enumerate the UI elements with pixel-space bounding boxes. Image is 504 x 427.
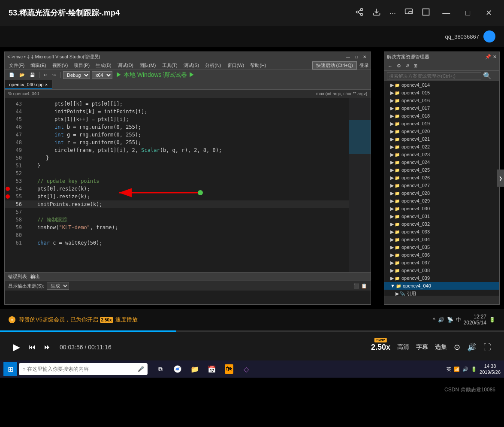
tree-item-opencv4_033[interactable]: ▶ 📁opencv4_033	[384, 228, 499, 236]
tree-item-opencv4_039[interactable]: ▶ 📁opencv4_039	[384, 274, 499, 282]
se-pin-icon[interactable]: 📌	[485, 54, 491, 60]
tree-item-opencv4_020[interactable]: ▶ 📁opencv4_020	[384, 127, 499, 135]
tree-item-opencv4_027[interactable]: ▶ 📁opencv4_027	[384, 182, 499, 189]
toolbar-undo[interactable]: ↩	[42, 72, 49, 78]
breakpoint-55	[6, 194, 10, 199]
output-clear-button[interactable]: ⬛	[353, 283, 359, 289]
next-button[interactable]: ⏭	[44, 343, 51, 351]
vs-minimize-button[interactable]: —	[344, 55, 352, 59]
panel-collapse-button[interactable]: ❯	[497, 170, 504, 187]
toolbar-run[interactable]: ▶ 本地 Windows 调试试器 ▶	[114, 71, 196, 79]
fullscreen-button[interactable]: ⛶	[483, 343, 491, 352]
vs-maximize-button[interactable]: □	[353, 55, 359, 59]
maximize-button[interactable]: □	[462, 7, 474, 19]
minmax-icon[interactable]	[422, 8, 430, 18]
menu-help[interactable]: 帮助(H)	[247, 62, 269, 69]
tree-item-opencv4_022[interactable]: ▶ 📁opencv4_022	[384, 143, 499, 151]
tree-item-opencv4_014[interactable]: ▶ 📁opencv4_014	[384, 81, 499, 89]
taskbar-vs-button[interactable]: ◇	[238, 361, 254, 377]
tree-item-opencv4_028[interactable]: ▶ 📁opencv4_028	[384, 189, 499, 197]
windows-start-button[interactable]: ⊞	[3, 362, 17, 376]
windows-search-bar[interactable]: ○ 在这里输入你要搜索的内容 🎤	[19, 363, 148, 375]
se-properties-button[interactable]: ⚙	[395, 63, 403, 69]
taskbar-calendar-button[interactable]: 📅	[204, 361, 220, 377]
tree-item-opencv4_025[interactable]: ▶ 📁opencv4_025	[384, 166, 499, 174]
tree-item-opencv4_023[interactable]: ▶ 📁opencv4_023	[384, 151, 499, 158]
tree-item-opencv4_029[interactable]: ▶ 📁opencv4_029	[384, 197, 499, 205]
more-icon[interactable]: ···	[389, 9, 396, 18]
volume-button[interactable]: 🔊	[467, 342, 477, 352]
menu-edit[interactable]: 编辑(E)	[28, 62, 49, 69]
tree-item-opencv4_021[interactable]: ▶ 📁opencv4_021	[384, 135, 499, 143]
toolbar-save[interactable]: 💾	[28, 72, 36, 78]
output-copy-button[interactable]: 📋	[361, 283, 367, 289]
se-back-button[interactable]: ←	[386, 63, 394, 69]
menu-test[interactable]: 测试(S)	[181, 62, 202, 69]
tree-item-opencv4_032[interactable]: ▶ 📁opencv4_032	[384, 220, 499, 228]
vs-close-button[interactable]: ✕	[361, 55, 368, 59]
toolbar-new[interactable]: 📄	[7, 72, 16, 78]
taskbar-chrome-button[interactable]	[170, 361, 185, 377]
menu-window[interactable]: 窗口(W)	[225, 62, 247, 69]
se-refresh-button[interactable]: ↺	[404, 63, 411, 69]
subtitle-button[interactable]: 字幕	[416, 343, 428, 351]
minimize-button[interactable]: —	[439, 7, 453, 19]
tree-item-opencv4_030[interactable]: ▶ 📁opencv4_030	[384, 205, 499, 212]
play-pause-button[interactable]: ▶	[13, 342, 20, 353]
previous-button[interactable]: ⏮	[29, 343, 36, 351]
platform-dropdown[interactable]: x64	[92, 71, 112, 79]
code-editor[interactable]: pts[0][k] = pts[0][i]; initPoints[k] = i…	[24, 98, 349, 272]
share-icon[interactable]	[355, 8, 364, 18]
tree-item-opencv4_016[interactable]: ▶ 📁opencv4_016	[384, 97, 499, 104]
editor-tab-main[interactable]: opencv_040.cpp ×	[5, 80, 52, 89]
solution-search-input[interactable]	[387, 73, 481, 79]
se-close-icon[interactable]: ✕	[493, 54, 497, 60]
output-tab-output[interactable]: 输出	[30, 273, 40, 280]
tree-item-references[interactable]: ▶ 📎引用	[384, 290, 499, 296]
vs-login-label[interactable]: 登录	[359, 62, 369, 69]
debug-config-dropdown[interactable]: Debug	[63, 71, 90, 79]
tree-item-opencv4_019[interactable]: ▶ 📁opencv4_019	[384, 120, 499, 127]
menu-tools[interactable]: 工具(T)	[160, 62, 180, 69]
time-display: 00:03:56 / 00:11:16	[60, 344, 112, 351]
tree-item-opencv4_015[interactable]: ▶ 📁opencv4_015	[384, 89, 499, 97]
quality-button[interactable]: 高清	[397, 343, 409, 351]
tree-item-opencv4_040[interactable]: ▼ 📁opencv4_040	[384, 282, 499, 290]
taskbar-store-button[interactable]: 🛍	[221, 361, 237, 377]
vs-search-box[interactable]: 快速启动 (Ctrl+Q)	[312, 61, 357, 70]
playback-speed-button[interactable]: SWIP 2.50x	[371, 343, 390, 352]
menu-view[interactable]: 视图(V)	[50, 62, 71, 69]
menu-analyze[interactable]: 分析(N)	[202, 62, 223, 69]
close-button[interactable]: ✕	[482, 6, 495, 19]
episode-button[interactable]: 选集	[435, 343, 447, 351]
toolbar-open[interactable]: 📂	[18, 72, 26, 78]
tree-item-opencv4_017[interactable]: ▶ 📁opencv4_017	[384, 104, 499, 112]
taskbar-file-explorer-button[interactable]: 📁	[187, 361, 202, 377]
editor-minimap[interactable]	[349, 98, 371, 272]
menu-build[interactable]: 生成(B)	[93, 62, 114, 69]
toolbar-redo[interactable]: ↪	[51, 72, 57, 78]
user-avatar[interactable]	[483, 30, 495, 42]
tree-item-opencv4_026[interactable]: ▶ 📁opencv4_026	[384, 174, 499, 182]
tree-item-opencv4_036[interactable]: ▶ 📁opencv4_036	[384, 251, 499, 259]
tree-item-opencv4_024[interactable]: ▶ 📁opencv4_024	[384, 158, 499, 166]
menu-file[interactable]: 文件(F)	[6, 62, 27, 69]
tree-item-opencv4_034[interactable]: ▶ 📁opencv4_034	[384, 236, 499, 243]
menu-team[interactable]: 团队(M)	[137, 62, 159, 69]
output-tab-errors[interactable]: 错误列表	[8, 273, 27, 280]
se-expand-button[interactable]: ⊞	[412, 63, 419, 69]
tree-item-opencv4_031[interactable]: ▶ 📁opencv4_031	[384, 212, 499, 220]
tree-item-opencv4_035[interactable]: ▶ 📁opencv4_035	[384, 243, 499, 251]
tree-item-opencv4_038[interactable]: ▶ 📁opencv4_038	[384, 266, 499, 274]
cast-button[interactable]: ⊙	[454, 342, 460, 352]
tree-item-opencv4_018[interactable]: ▶ 📁opencv4_018	[384, 112, 499, 120]
menu-project[interactable]: 项目(P)	[71, 62, 92, 69]
tree-item-opencv4_037[interactable]: ▶ 📁opencv4_037	[384, 259, 499, 266]
download-icon[interactable]	[372, 8, 381, 18]
output-source-select[interactable]: 生成	[47, 282, 69, 290]
video-progress-bar[interactable]	[0, 330, 504, 332]
pip-icon[interactable]	[404, 8, 413, 18]
menu-debug[interactable]: 调试(D)	[115, 62, 136, 69]
taskbar-taskview-button[interactable]: ⧉	[153, 361, 168, 377]
vs-titlebar: < >mvc • ‡ ‡ Microsoft Visual Studio(管理员…	[5, 52, 371, 61]
